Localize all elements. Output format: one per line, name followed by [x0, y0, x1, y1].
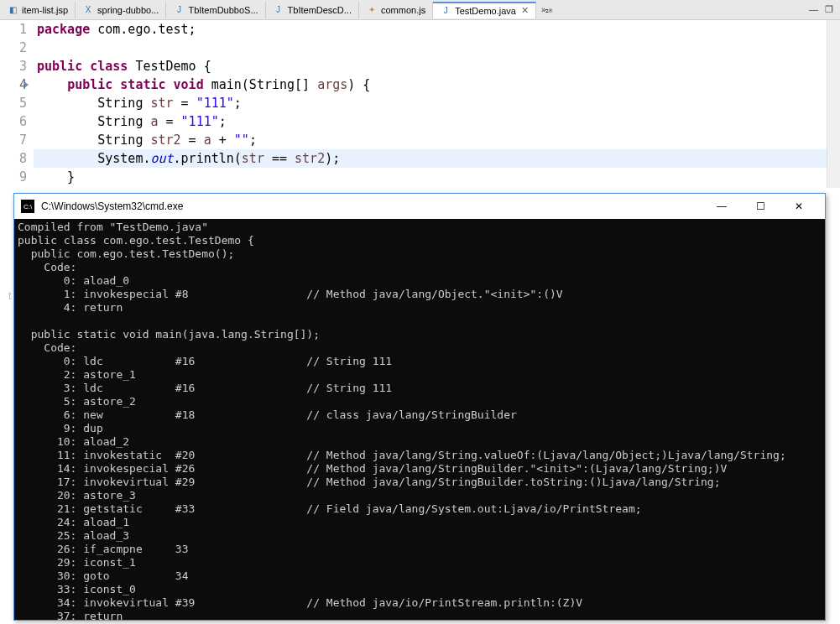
minimize-button[interactable]: —	[702, 194, 741, 219]
editor-window-controls: — ❐	[809, 4, 840, 15]
java-file-icon: J	[440, 5, 451, 17]
tab-label: spring-dubbo...	[97, 5, 159, 15]
restore-icon[interactable]: ❐	[825, 4, 833, 15]
editor-tab[interactable]: Xspring-dubbo...	[76, 2, 166, 18]
code-line[interactable]: package com.ego.test;	[34, 20, 840, 39]
code-line[interactable]: String str2 = a + "";	[34, 131, 840, 149]
maximize-button[interactable]: ☐	[741, 194, 780, 219]
background-text: t	[8, 289, 12, 302]
code-line[interactable]: }	[34, 168, 840, 186]
tab-label: TbItemDubboS...	[188, 5, 258, 15]
code-line[interactable]: System.out.println(str == str2);	[34, 149, 840, 168]
console-output[interactable]: Compiled from "TestDemo.java" public cla…	[14, 219, 825, 620]
code-body[interactable]: package com.ego.test;public class TestDe…	[34, 20, 840, 186]
console-window: C:\ C:\Windows\System32\cmd.exe — ☐ ✕ Co…	[13, 193, 826, 621]
console-titlebar[interactable]: C:\ C:\Windows\System32\cmd.exe — ☐ ✕	[14, 194, 825, 219]
cmd-icon: C:\	[21, 200, 34, 213]
code-line[interactable]: String str = "111";	[34, 94, 840, 112]
line-number: 9	[0, 168, 27, 186]
editor-tab[interactable]: ✦common.js	[359, 2, 433, 18]
tabs-container: ◧item-list.jspXspring-dubbo...JTbItemDub…	[0, 2, 536, 18]
close-tab-icon[interactable]: ✕	[521, 5, 529, 16]
editor-tab-bar: ◧item-list.jspXspring-dubbo...JTbItemDub…	[0, 0, 840, 20]
editor-tab[interactable]: JTestDemo.java✕	[433, 2, 536, 18]
tab-label: TbItemDescD...	[288, 5, 352, 15]
jsp-file-icon: ◧	[7, 4, 18, 16]
tab-label: item-list.jsp	[22, 5, 68, 15]
line-number: 7	[0, 131, 27, 149]
console-window-controls: — ☐ ✕	[702, 194, 818, 219]
close-button[interactable]: ✕	[780, 194, 818, 219]
java-file-icon: J	[173, 4, 185, 16]
line-number: 1	[0, 20, 27, 39]
line-number: 5	[0, 94, 27, 112]
tab-label: TestDemo.java	[455, 6, 516, 16]
code-line[interactable]: public class TestDemo {	[34, 57, 840, 75]
editor-tab[interactable]: JTbItemDubboS...	[166, 2, 265, 18]
line-number: 3	[0, 57, 27, 75]
minimize-icon[interactable]: —	[809, 4, 818, 15]
editor-tab[interactable]: JTbItemDescD...	[266, 2, 359, 18]
line-number-gutter: 123456789	[0, 20, 34, 186]
line-number: 8	[0, 149, 27, 168]
tab-label: common.js	[381, 5, 425, 15]
vertical-scrollbar[interactable]	[827, 20, 840, 188]
code-editor[interactable]: 123456789 package com.ego.test;public cl…	[0, 20, 840, 186]
line-number: 2	[0, 39, 27, 57]
code-line[interactable]: public static void main(String[] args) {	[34, 75, 840, 94]
console-title: C:\Windows\System32\cmd.exe	[41, 200, 183, 212]
editor-tab[interactable]: ◧item-list.jsp	[0, 2, 76, 18]
code-line[interactable]: String a = "111";	[34, 112, 840, 131]
line-number: 6	[0, 112, 27, 131]
java-file-icon: J	[273, 4, 284, 16]
xml-file-icon: X	[82, 4, 94, 16]
tab-overflow-indicator[interactable]: »₂₈	[536, 5, 558, 14]
line-number: 4	[0, 75, 27, 94]
js-file-icon: ✦	[366, 4, 378, 16]
code-line[interactable]	[34, 39, 840, 57]
